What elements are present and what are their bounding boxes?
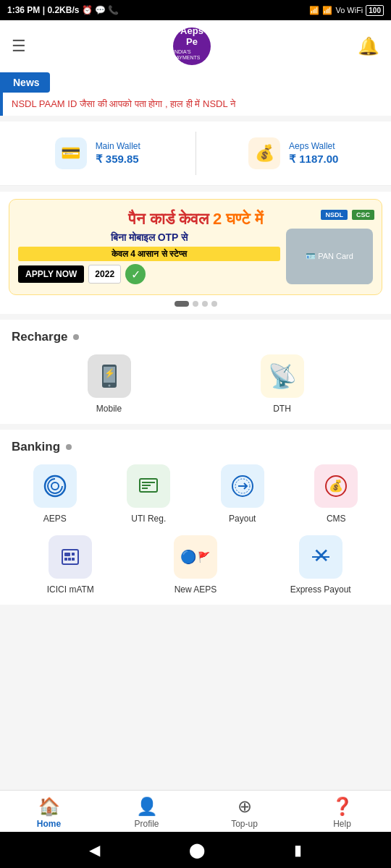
payout-icon	[221, 464, 264, 508]
apply-year: 2022	[88, 265, 121, 284]
recharge-section: Recharge ⚡ Mobile 📡 DTH	[0, 320, 391, 424]
icici-label: ICICI mATM	[47, 584, 94, 595]
banner-dots	[9, 301, 382, 307]
android-nav-bar: ◀ ⬤ ▮	[0, 832, 391, 868]
svg-rect-7	[142, 482, 155, 483]
nav-topup[interactable]: ⊕ Top-up	[196, 796, 293, 829]
express-payout-label: Express Payout	[290, 584, 351, 595]
banking-section: Banking AEPS	[0, 430, 391, 605]
recharge-dot	[73, 334, 79, 340]
battery-indicator: 100	[366, 5, 384, 16]
svg-rect-18	[72, 553, 75, 556]
svg-text:✕: ✕	[312, 545, 329, 567]
main-wallet-icon: 💳	[55, 137, 87, 169]
svg-point-5	[51, 482, 59, 490]
status-bar: 1:36 PM | 0.2KB/s ⏰ 💬 📞 📶 📶 Vo WiFi 100	[0, 0, 391, 20]
dot-2	[193, 301, 198, 307]
main-wallet-amount: ₹ 359.85	[96, 153, 140, 166]
dot-4	[211, 301, 217, 307]
help-icon: ❓	[332, 796, 353, 817]
dot-3	[202, 301, 208, 307]
svg-rect-17	[68, 558, 71, 561]
banner-steps: केवल 4 आसान से स्टेप्स	[18, 247, 280, 261]
profile-icon: 👤	[136, 796, 158, 817]
svg-rect-19	[72, 558, 75, 561]
aeps-label: AEPS	[43, 514, 67, 524]
icici-item[interactable]: ICICI mATM	[12, 535, 130, 595]
news-text: NSDL PAAM ID जैसा की आपको पता होगा , हाल…	[3, 93, 391, 116]
signal-icon: 📶	[309, 6, 319, 15]
cms-icon: 💰	[314, 464, 358, 508]
icici-icon	[49, 535, 92, 579]
android-home-button[interactable]: ⬤	[189, 841, 205, 859]
banking-row2: ICICI mATM 🔵 🚩 New AEPS ✕ Express Payout	[12, 535, 379, 595]
aeps-item[interactable]: AEPS	[12, 464, 98, 524]
home-nav-label: Home	[37, 819, 61, 829]
news-ticker: News NSDL PAAM ID जैसा की आपको पता होगा …	[0, 72, 391, 116]
check-icon: ✓	[125, 264, 146, 284]
svg-rect-9	[142, 488, 148, 489]
csc-badge: CSC	[352, 210, 374, 220]
banking-header: Banking	[12, 440, 379, 454]
dth-item[interactable]: 📡 DTH	[199, 354, 365, 414]
wifi-icon: Vo WiFi	[335, 6, 363, 14]
aeps-wallet-icon: 💰	[248, 137, 280, 169]
recharge-grid: ⚡ Mobile 📡 DTH	[12, 354, 379, 414]
dot-1	[175, 301, 189, 307]
news-badge: News	[3, 72, 50, 93]
wallet-section: 💳 Main Wallet ₹ 359.85 💰 Aeps Wallet ₹ 1…	[0, 122, 391, 186]
promo-banner-card[interactable]: NSDL CSC पैन कार्ड केवल 2 घण्टे में बिना…	[9, 199, 382, 295]
svg-text:⚡: ⚡	[104, 367, 114, 378]
app-logo: Aeps Pe INDIA'S PAYMENTS APP	[173, 27, 211, 65]
topup-nav-label: Top-up	[231, 819, 258, 829]
bottom-navigation: 🏠 Home 👤 Profile ⊕ Top-up ❓ Help	[0, 790, 391, 832]
banner-apply-area[interactable]: APPLY NOW 2022 ✓	[18, 264, 280, 284]
android-recents-button[interactable]: ▮	[294, 841, 302, 859]
cms-item[interactable]: 💰 CMS	[293, 464, 380, 524]
android-back-button[interactable]: ◀	[89, 841, 100, 859]
recharge-title: Recharge	[12, 330, 67, 344]
nav-profile[interactable]: 👤 Profile	[98, 796, 196, 829]
uti-label: UTI Reg.	[131, 514, 166, 524]
profile-nav-label: Profile	[134, 819, 159, 829]
banking-row1: AEPS UTI Reg. Pay	[12, 464, 379, 524]
main-wallet[interactable]: 💳 Main Wallet ₹ 359.85	[0, 132, 196, 175]
aeps-wallet[interactable]: 💰 Aeps Wallet ₹ 1187.00	[196, 132, 392, 175]
notification-bell-icon[interactable]: 🔔	[358, 36, 379, 56]
aeps-icon	[33, 464, 77, 508]
new-aeps-label: New AEPS	[175, 584, 217, 595]
new-aeps-item[interactable]: 🔵 🚩 New AEPS	[137, 535, 255, 595]
nsdl-badge: NSDL	[321, 210, 348, 220]
app-header: ☰ Aeps Pe INDIA'S PAYMENTS APP 🔔	[0, 20, 391, 72]
svg-point-2	[108, 385, 110, 387]
nav-home[interactable]: 🏠 Home	[0, 796, 98, 829]
status-time-network: 1:36 PM | 0.2KB/s ⏰ 💬 📞	[7, 5, 119, 15]
svg-rect-14	[62, 550, 78, 564]
aeps-wallet-label: Aeps Wallet	[289, 141, 338, 151]
banking-dot	[66, 444, 72, 450]
express-payout-icon: ✕	[299, 535, 342, 579]
mobile-icon: ⚡	[88, 354, 131, 398]
svg-rect-16	[64, 558, 67, 561]
banking-title: Banking	[12, 440, 60, 454]
mobile-label: Mobile	[96, 404, 122, 414]
banner-subtitle: बिना मोबाइल OTP से	[18, 231, 280, 244]
mobile-recharge-item[interactable]: ⚡ Mobile	[26, 354, 192, 414]
payout-item[interactable]: Payout	[199, 464, 286, 524]
topup-icon: ⊕	[237, 796, 252, 817]
apply-now-button[interactable]: APPLY NOW	[18, 265, 84, 283]
uti-icon	[127, 464, 170, 508]
nav-help[interactable]: ❓ Help	[293, 796, 391, 829]
help-nav-label: Help	[333, 819, 351, 829]
pan-card-image: 🪪 PAN Card	[286, 229, 373, 284]
menu-icon[interactable]: ☰	[12, 37, 26, 56]
dth-label: DTH	[273, 404, 291, 414]
recharge-header: Recharge	[12, 330, 379, 344]
promo-banner-section: NSDL CSC पैन कार्ड केवल 2 घण्टे में बिना…	[0, 192, 391, 314]
uti-item[interactable]: UTI Reg.	[106, 464, 193, 524]
express-payout-item[interactable]: ✕ Express Payout	[261, 535, 379, 595]
svg-rect-8	[142, 485, 151, 486]
svg-text:💰: 💰	[329, 479, 343, 493]
aeps-wallet-amount: ₹ 1187.00	[289, 153, 338, 166]
svg-rect-15	[64, 553, 70, 556]
